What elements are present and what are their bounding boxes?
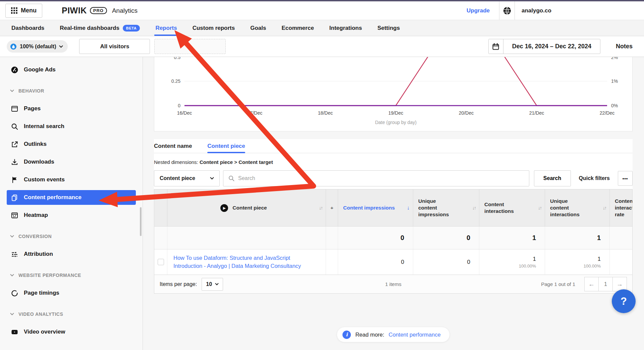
sidebar-item-label: Outlinks: [24, 141, 47, 148]
previous-page-button[interactable]: ←: [584, 277, 599, 291]
sidebar-scrollbar[interactable]: [140, 207, 142, 236]
svg-text:16/Dec: 16/Dec: [177, 110, 192, 116]
tab-content-name[interactable]: Content name: [154, 139, 192, 153]
site-selector[interactable]: analygo.co: [515, 1, 644, 20]
search-icon: [11, 123, 18, 130]
content-piece-link[interactable]: How To use Dataform: Structure and JavaS…: [173, 254, 319, 270]
chevron-down-icon: [210, 177, 214, 180]
cell-percent: 100.00%: [584, 264, 601, 269]
row-checkbox[interactable]: [158, 259, 164, 265]
add-column-button[interactable]: +: [326, 189, 338, 226]
svg-text:17/Dec: 17/Dec: [248, 110, 262, 116]
table-header-row: ▶ Content piece ↓↑ + Content impressions…: [154, 189, 632, 226]
summary-content-impressions: 0: [338, 227, 413, 249]
column-header-unique-content-interactions[interactable]: Unique content interactions ↓↑: [545, 189, 610, 226]
google-ads-icon: [11, 66, 18, 74]
sidebar-item-internal-search[interactable]: Internal search: [7, 119, 136, 134]
sidebar-item-attribution[interactable]: Attribution: [7, 247, 136, 261]
column-header-content-impressions[interactable]: Content impressions ↓: [338, 189, 413, 226]
nav-tab-settings[interactable]: Settings: [377, 20, 400, 36]
sidebar-item-outlinks[interactable]: Outlinks: [7, 137, 136, 152]
notes-button[interactable]: Notes: [616, 43, 633, 50]
play-glyph: ▶: [223, 206, 226, 210]
nav-tab-label: Goals: [250, 25, 266, 32]
menu-label: Menu: [21, 7, 37, 14]
column-header-content-interactions[interactable]: Content interactions ↓↑: [479, 189, 545, 226]
date-range-picker[interactable]: Dec 16, 2024 – Dec 22, 2024: [488, 39, 600, 54]
site-name: analygo.co: [522, 7, 551, 14]
nav-tab-reports[interactable]: Reports: [155, 20, 177, 36]
sort-desc-icon[interactable]: ↓: [407, 205, 410, 212]
sidebar-section-label: VIDEO ANALYTICS: [18, 311, 63, 317]
arrow-left-icon: ←: [588, 281, 595, 288]
nav-tab-custom-reports[interactable]: Custom reports: [193, 20, 235, 36]
search-button[interactable]: Search: [534, 170, 571, 186]
sidebar-section-conversion[interactable]: CONVERSION: [7, 229, 136, 244]
column-label: Content piece: [232, 205, 267, 211]
sidebar-item-downloads[interactable]: Downloads: [7, 155, 136, 169]
quick-filters-button[interactable]: Quick filters: [579, 175, 610, 181]
segment-all-visitors-button[interactable]: All visitors: [79, 39, 150, 54]
column-header-content-interaction-rate[interactable]: Content interaction rate: [610, 189, 632, 226]
sidebar-item-video-overview[interactable]: Video overview: [7, 325, 136, 339]
nav-tab-integrations[interactable]: Integrations: [329, 20, 362, 36]
svg-text:0: 0: [178, 103, 180, 108]
column-header-content-piece[interactable]: ▶ Content piece ↓↑: [167, 189, 326, 226]
nav-tab-realtime-dashboards[interactable]: Real-time dashboards BETA: [60, 20, 140, 36]
sidebar-section-behavior[interactable]: BEHAVIOR: [7, 83, 136, 98]
cell-value: 1: [598, 256, 601, 262]
sidebar-item-custom-events[interactable]: Custom events: [7, 172, 136, 187]
column-header-unique-content-impressions[interactable]: Unique content impressions ↓↑: [413, 189, 479, 226]
svg-text:Date (group by day): Date (group by day): [375, 120, 417, 125]
sort-both-icon[interactable]: ↓↑: [538, 205, 541, 211]
sidebar-item-google-ads[interactable]: Google Ads: [7, 62, 136, 77]
row-checkbox-cell: [154, 249, 167, 275]
sidebar-item-page-timings[interactable]: Page timings: [7, 286, 136, 300]
sidebar-item-pages[interactable]: Pages: [7, 101, 136, 116]
external-link-icon: [11, 140, 18, 148]
nav-tab-dashboards[interactable]: Dashboards: [11, 20, 44, 36]
pagination: Page 1 out of 1 ← 1 →: [541, 277, 627, 291]
search-input[interactable]: [238, 175, 529, 181]
nav-tab-label: Dashboards: [11, 25, 44, 32]
nav-tab-goals[interactable]: Goals: [250, 20, 266, 36]
column-label: Unique content interactions: [550, 198, 587, 218]
tab-content-piece[interactable]: Content piece: [207, 139, 245, 153]
reports-sidebar: Google Ads BEHAVIOR Pages Internal searc…: [0, 57, 143, 350]
column-label: Content interactions: [484, 201, 520, 215]
row-content-impressions: 0: [338, 249, 413, 275]
summary-unique-content-impressions: 0: [413, 227, 479, 249]
read-more-link[interactable]: Content performance: [389, 332, 441, 338]
nav-tab-ecommerce[interactable]: Ecommerce: [281, 20, 314, 36]
upgrade-link[interactable]: Upgrade: [467, 7, 490, 14]
sidebar-section-video-analytics[interactable]: VIDEO ANALYTICS: [7, 307, 136, 322]
summary-rate-cell: [610, 227, 632, 249]
sort-both-icon[interactable]: ↓↑: [472, 205, 476, 211]
summary-name-cell: [167, 227, 326, 249]
logo-pro-badge: PRO: [90, 7, 107, 14]
sort-both-icon[interactable]: ↓↑: [603, 205, 606, 211]
piwik-pro-logo[interactable]: PIWIK PRO Analytics: [62, 6, 138, 15]
sidebar-item-heatmap[interactable]: Heatmap: [7, 208, 136, 223]
current-page-box[interactable]: 1: [598, 277, 613, 291]
site-globe-button[interactable]: [499, 1, 515, 20]
sidebar-section-website-performance[interactable]: WEBSITE PERFORMANCE: [7, 268, 136, 283]
search-dimension-dropdown[interactable]: Content piece: [154, 170, 220, 186]
add-segment-button[interactable]: +: [154, 39, 226, 54]
sidebar-item-label: Page timings: [24, 290, 59, 296]
table-summary-row: 0 0 1 1: [154, 226, 632, 249]
header-right: Upgrade analygo.co: [467, 1, 644, 20]
traffic-sample-dropdown[interactable]: 100% (default): [7, 40, 68, 53]
nav-tab-label: Ecommerce: [281, 25, 314, 32]
content-report-panel: Content name Content piece Nested dimens…: [154, 139, 633, 294]
svg-text:18/Dec: 18/Dec: [318, 110, 333, 116]
help-button[interactable]: ?: [612, 289, 636, 313]
read-more-pill: i Read more: Content performance: [337, 327, 449, 342]
attribution-icon: [11, 250, 18, 258]
sidebar-item-content-performance[interactable]: Content performance: [7, 190, 136, 205]
menu-button[interactable]: Menu: [5, 4, 42, 18]
items-per-page-select[interactable]: 10: [202, 278, 223, 291]
sort-both-icon[interactable]: ↓↑: [319, 205, 322, 211]
summary-value: 1: [532, 234, 536, 242]
more-options-button[interactable]: •••: [618, 171, 633, 186]
